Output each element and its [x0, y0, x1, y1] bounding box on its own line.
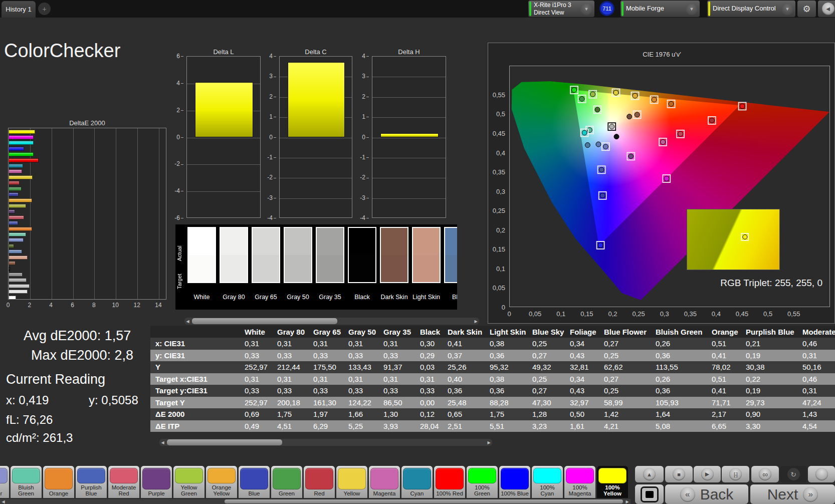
table-scrollbar-thumb[interactable]	[167, 439, 282, 445]
swatch-scrollbar[interactable]: ◀ ▶	[184, 318, 479, 325]
table-cell: 0,36	[656, 351, 712, 360]
stop-button[interactable]: ■	[665, 466, 693, 482]
de2000-bar	[9, 152, 34, 156]
patch-button[interactable]: Cyan	[401, 466, 433, 498]
table-cell: 3,93	[383, 422, 420, 430]
patch-button[interactable]: Purplish Blue	[76, 466, 107, 498]
strip-expand-button[interactable]: ▲	[635, 466, 664, 482]
y-tick-label: -4	[266, 214, 276, 221]
table-scrollbar[interactable]: ◀ ▶	[159, 439, 492, 446]
patch-button[interactable]: Magenta	[369, 466, 400, 498]
patch-button[interactable]: 100% Cyan	[532, 466, 563, 498]
de2000-bar	[9, 227, 32, 231]
de2000-bar	[9, 164, 23, 168]
cie-diagram-panel: CIE 1976 u'v' RGB Triplet: 255, 255, 0 0…	[488, 43, 835, 324]
scroll-left-icon[interactable]: ◀	[0, 499, 7, 504]
history-tab[interactable]: History 1	[2, 1, 36, 18]
play-button[interactable]: ▶	[694, 466, 721, 482]
swatch-name: Gray 35	[316, 294, 344, 301]
back-button[interactable]: « Back	[665, 484, 748, 504]
patch-button[interactable]: Green	[271, 466, 302, 498]
patch-button-label: Cyan	[403, 489, 431, 497]
zero-line	[187, 138, 260, 138]
patch-button-label: 100% Cyan	[533, 483, 561, 497]
patch-strip-scrollbar-thumb[interactable]	[225, 499, 623, 503]
collapse-panel-button[interactable]: ◀	[818, 1, 835, 17]
patch-button[interactable]: 100% Magenta	[564, 466, 595, 498]
next-button[interactable]: Next »	[750, 484, 835, 504]
patch-button[interactable]: Yellow	[336, 466, 367, 498]
patch-button[interactable]: Purple	[141, 466, 172, 498]
color-swatch	[187, 227, 216, 283]
measurement-table: WhiteGray 80Gray 65Gray 50Gray 35BlackDa…	[150, 326, 835, 432]
scroll-left-icon[interactable]: ◀	[159, 439, 166, 446]
patch-button-label: 100% Red	[436, 489, 464, 497]
chevron-down-icon[interactable]: ▼	[686, 3, 698, 15]
target-swatch-half	[221, 255, 247, 282]
current-reading-heading: Current Reading	[6, 372, 105, 387]
color-swatch	[444, 227, 457, 283]
measured-point	[740, 104, 745, 109]
measured-point	[635, 112, 640, 117]
table-cell: 1,64	[656, 410, 712, 418]
gridline	[372, 178, 446, 178]
add-tab-button[interactable]: +	[38, 3, 51, 15]
table-cell: 0,40	[448, 375, 490, 383]
cie-points-overlay	[510, 66, 829, 307]
table-cell: 49,32	[532, 363, 570, 371]
pattern-window-button[interactable]	[635, 484, 664, 504]
step-icon: [‑]	[729, 468, 742, 480]
table-cell: 0,36	[490, 386, 532, 395]
patch-button[interactable]: Blue	[239, 466, 270, 498]
patch-button[interactable]: Yellow Green	[173, 466, 204, 498]
settings-button[interactable]: ⚙	[797, 1, 816, 17]
scroll-left-icon[interactable]: ◀	[184, 318, 191, 325]
gridline	[372, 198, 446, 199]
measured-point	[579, 96, 584, 101]
gridline	[52, 128, 52, 299]
rgb-triplet-patch	[687, 209, 780, 270]
target-swatch-half	[253, 255, 279, 282]
table-cell: 0,33	[313, 351, 348, 360]
patch-button[interactable]: Blue Flower	[0, 466, 9, 498]
workflow-dropdown[interactable]: Direct Display Control ▼	[707, 1, 795, 17]
table-cell: 0,31	[313, 339, 348, 348]
actual-swatch-half	[413, 228, 440, 255]
patch-button[interactable]: Bluish Green	[11, 466, 42, 498]
patch-button[interactable]: 100% Blue	[499, 466, 530, 498]
de2000-bar	[9, 273, 23, 277]
row-label: Target Y	[150, 398, 245, 407]
patch-button[interactable]: Red	[304, 466, 335, 498]
table-cell: 0,25	[532, 339, 570, 348]
blank-pattern-button[interactable]	[808, 466, 835, 482]
scroll-right-icon[interactable]: ▶	[624, 499, 631, 504]
measured-point	[609, 124, 614, 129]
patch-button[interactable]: Moderate Red	[108, 466, 139, 498]
patch-button[interactable]: 100% Red	[434, 466, 465, 498]
row-label: Y	[150, 363, 245, 371]
chevron-down-icon[interactable]: ▼	[580, 3, 592, 15]
loop-continuous-button[interactable]: ∞	[751, 466, 779, 482]
swatch-scrollbar-thumb[interactable]	[192, 318, 337, 324]
patch-strip-scrollbar[interactable]: ◀ ▶	[0, 499, 631, 504]
patch-button[interactable]: Orange	[43, 466, 74, 498]
chevron-down-icon[interactable]: ▼	[781, 3, 793, 15]
patch-button-label: Magenta	[370, 489, 398, 497]
cie-y-tick-label: 0,35	[493, 168, 505, 176]
cie-title: CIE 1976 u'v'	[488, 51, 835, 58]
patch-button[interactable]: 100% Green	[467, 466, 498, 498]
scroll-right-icon[interactable]: ▶	[473, 318, 479, 325]
table-header-row: WhiteGray 80Gray 65Gray 50Gray 35BlackDa…	[150, 326, 835, 338]
patch-button[interactable]: 100% Yellow	[597, 466, 628, 498]
table-cell: 5,25	[348, 422, 383, 430]
y-tick-label: 2	[359, 93, 369, 100]
workflow-status-bar	[708, 2, 710, 16]
repeat-button[interactable]: ↻	[780, 466, 807, 482]
source-dropdown[interactable]: Mobile Forge ▼	[620, 1, 700, 17]
meter-count-badge[interactable]: 711	[599, 1, 614, 16]
scroll-right-icon[interactable]: ▶	[486, 439, 492, 446]
y-tick-label: 0	[359, 134, 369, 141]
meter-dropdown[interactable]: X-Rite i1Pro 3Direct View ▼	[528, 1, 594, 17]
patch-button[interactable]: Orange Yellow	[206, 466, 237, 498]
step-button[interactable]: [‑]	[722, 466, 749, 482]
